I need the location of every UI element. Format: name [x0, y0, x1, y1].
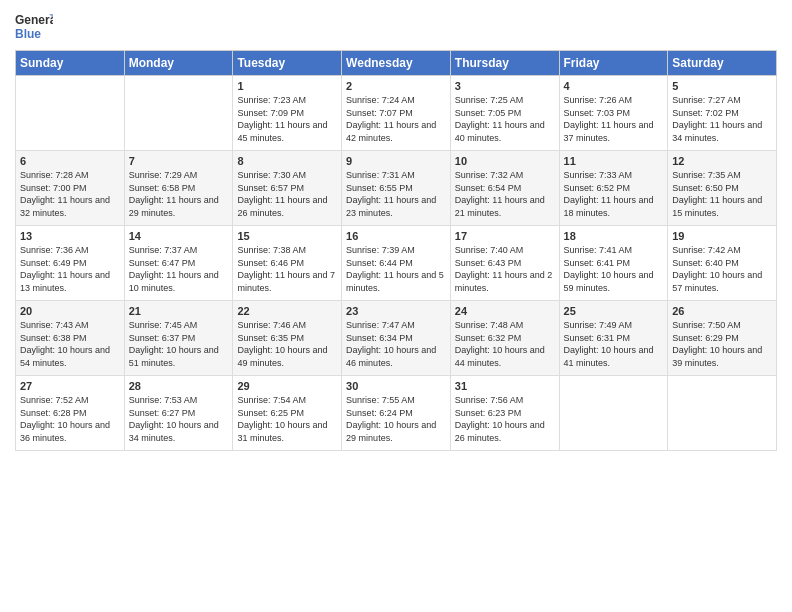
- day-info: Sunrise: 7:45 AMSunset: 6:37 PMDaylight:…: [129, 319, 229, 369]
- day-number: 20: [20, 305, 120, 317]
- calendar-cell: 19 Sunrise: 7:42 AMSunset: 6:40 PMDaylig…: [668, 226, 777, 301]
- day-number: 5: [672, 80, 772, 92]
- day-number: 25: [564, 305, 664, 317]
- day-info: Sunrise: 7:23 AMSunset: 7:09 PMDaylight:…: [237, 94, 337, 144]
- day-info: Sunrise: 7:55 AMSunset: 6:24 PMDaylight:…: [346, 394, 446, 444]
- day-number: 4: [564, 80, 664, 92]
- day-info: Sunrise: 7:41 AMSunset: 6:41 PMDaylight:…: [564, 244, 664, 294]
- day-number: 13: [20, 230, 120, 242]
- calendar-cell: 5 Sunrise: 7:27 AMSunset: 7:02 PMDayligh…: [668, 76, 777, 151]
- logo: General Blue: [15, 10, 53, 42]
- weekday-header-tuesday: Tuesday: [233, 51, 342, 76]
- day-number: 12: [672, 155, 772, 167]
- day-number: 14: [129, 230, 229, 242]
- calendar-cell: 28 Sunrise: 7:53 AMSunset: 6:27 PMDaylig…: [124, 376, 233, 451]
- day-number: 10: [455, 155, 555, 167]
- day-info: Sunrise: 7:33 AMSunset: 6:52 PMDaylight:…: [564, 169, 664, 219]
- day-info: Sunrise: 7:37 AMSunset: 6:47 PMDaylight:…: [129, 244, 229, 294]
- calendar-cell: 17 Sunrise: 7:40 AMSunset: 6:43 PMDaylig…: [450, 226, 559, 301]
- week-row-3: 13 Sunrise: 7:36 AMSunset: 6:49 PMDaylig…: [16, 226, 777, 301]
- calendar-cell: 23 Sunrise: 7:47 AMSunset: 6:34 PMDaylig…: [342, 301, 451, 376]
- day-info: Sunrise: 7:27 AMSunset: 7:02 PMDaylight:…: [672, 94, 772, 144]
- weekday-header-monday: Monday: [124, 51, 233, 76]
- weekday-header-sunday: Sunday: [16, 51, 125, 76]
- day-info: Sunrise: 7:30 AMSunset: 6:57 PMDaylight:…: [237, 169, 337, 219]
- day-number: 30: [346, 380, 446, 392]
- calendar-cell: 13 Sunrise: 7:36 AMSunset: 6:49 PMDaylig…: [16, 226, 125, 301]
- day-info: Sunrise: 7:24 AMSunset: 7:07 PMDaylight:…: [346, 94, 446, 144]
- day-info: Sunrise: 7:56 AMSunset: 6:23 PMDaylight:…: [455, 394, 555, 444]
- day-info: Sunrise: 7:48 AMSunset: 6:32 PMDaylight:…: [455, 319, 555, 369]
- week-row-4: 20 Sunrise: 7:43 AMSunset: 6:38 PMDaylig…: [16, 301, 777, 376]
- day-number: 22: [237, 305, 337, 317]
- day-number: 16: [346, 230, 446, 242]
- day-number: 1: [237, 80, 337, 92]
- calendar-cell: 8 Sunrise: 7:30 AMSunset: 6:57 PMDayligh…: [233, 151, 342, 226]
- day-info: Sunrise: 7:36 AMSunset: 6:49 PMDaylight:…: [20, 244, 120, 294]
- calendar-cell: [16, 76, 125, 151]
- header: General Blue: [15, 10, 777, 42]
- day-info: Sunrise: 7:38 AMSunset: 6:46 PMDaylight:…: [237, 244, 337, 294]
- calendar-cell: 14 Sunrise: 7:37 AMSunset: 6:47 PMDaylig…: [124, 226, 233, 301]
- day-number: 17: [455, 230, 555, 242]
- day-info: Sunrise: 7:46 AMSunset: 6:35 PMDaylight:…: [237, 319, 337, 369]
- day-info: Sunrise: 7:31 AMSunset: 6:55 PMDaylight:…: [346, 169, 446, 219]
- calendar-cell: 1 Sunrise: 7:23 AMSunset: 7:09 PMDayligh…: [233, 76, 342, 151]
- calendar-cell: 3 Sunrise: 7:25 AMSunset: 7:05 PMDayligh…: [450, 76, 559, 151]
- day-info: Sunrise: 7:43 AMSunset: 6:38 PMDaylight:…: [20, 319, 120, 369]
- weekday-header-row: SundayMondayTuesdayWednesdayThursdayFrid…: [16, 51, 777, 76]
- calendar-cell: [559, 376, 668, 451]
- calendar-cell: 2 Sunrise: 7:24 AMSunset: 7:07 PMDayligh…: [342, 76, 451, 151]
- svg-text:Blue: Blue: [15, 27, 41, 41]
- day-number: 3: [455, 80, 555, 92]
- calendar-cell: 29 Sunrise: 7:54 AMSunset: 6:25 PMDaylig…: [233, 376, 342, 451]
- calendar-cell: 25 Sunrise: 7:49 AMSunset: 6:31 PMDaylig…: [559, 301, 668, 376]
- day-number: 2: [346, 80, 446, 92]
- weekday-header-thursday: Thursday: [450, 51, 559, 76]
- weekday-header-friday: Friday: [559, 51, 668, 76]
- calendar-cell: [668, 376, 777, 451]
- calendar-cell: 22 Sunrise: 7:46 AMSunset: 6:35 PMDaylig…: [233, 301, 342, 376]
- calendar-cell: 30 Sunrise: 7:55 AMSunset: 6:24 PMDaylig…: [342, 376, 451, 451]
- calendar-cell: 18 Sunrise: 7:41 AMSunset: 6:41 PMDaylig…: [559, 226, 668, 301]
- calendar-cell: 10 Sunrise: 7:32 AMSunset: 6:54 PMDaylig…: [450, 151, 559, 226]
- day-info: Sunrise: 7:49 AMSunset: 6:31 PMDaylight:…: [564, 319, 664, 369]
- day-number: 27: [20, 380, 120, 392]
- calendar-cell: 6 Sunrise: 7:28 AMSunset: 7:00 PMDayligh…: [16, 151, 125, 226]
- day-number: 8: [237, 155, 337, 167]
- calendar-cell: 11 Sunrise: 7:33 AMSunset: 6:52 PMDaylig…: [559, 151, 668, 226]
- day-number: 7: [129, 155, 229, 167]
- day-info: Sunrise: 7:54 AMSunset: 6:25 PMDaylight:…: [237, 394, 337, 444]
- calendar-cell: 24 Sunrise: 7:48 AMSunset: 6:32 PMDaylig…: [450, 301, 559, 376]
- day-info: Sunrise: 7:39 AMSunset: 6:44 PMDaylight:…: [346, 244, 446, 294]
- calendar-cell: 7 Sunrise: 7:29 AMSunset: 6:58 PMDayligh…: [124, 151, 233, 226]
- calendar-cell: 20 Sunrise: 7:43 AMSunset: 6:38 PMDaylig…: [16, 301, 125, 376]
- day-info: Sunrise: 7:35 AMSunset: 6:50 PMDaylight:…: [672, 169, 772, 219]
- day-number: 23: [346, 305, 446, 317]
- day-number: 24: [455, 305, 555, 317]
- week-row-2: 6 Sunrise: 7:28 AMSunset: 7:00 PMDayligh…: [16, 151, 777, 226]
- day-number: 6: [20, 155, 120, 167]
- calendar-cell: 21 Sunrise: 7:45 AMSunset: 6:37 PMDaylig…: [124, 301, 233, 376]
- calendar-cell: 26 Sunrise: 7:50 AMSunset: 6:29 PMDaylig…: [668, 301, 777, 376]
- calendar-cell: [124, 76, 233, 151]
- day-number: 9: [346, 155, 446, 167]
- weekday-header-saturday: Saturday: [668, 51, 777, 76]
- day-info: Sunrise: 7:29 AMSunset: 6:58 PMDaylight:…: [129, 169, 229, 219]
- day-info: Sunrise: 7:26 AMSunset: 7:03 PMDaylight:…: [564, 94, 664, 144]
- day-info: Sunrise: 7:40 AMSunset: 6:43 PMDaylight:…: [455, 244, 555, 294]
- day-info: Sunrise: 7:32 AMSunset: 6:54 PMDaylight:…: [455, 169, 555, 219]
- calendar-cell: 9 Sunrise: 7:31 AMSunset: 6:55 PMDayligh…: [342, 151, 451, 226]
- calendar-page: General Blue SundayMondayTuesdayWednesda…: [0, 0, 792, 612]
- day-number: 31: [455, 380, 555, 392]
- calendar-cell: 4 Sunrise: 7:26 AMSunset: 7:03 PMDayligh…: [559, 76, 668, 151]
- calendar-cell: 12 Sunrise: 7:35 AMSunset: 6:50 PMDaylig…: [668, 151, 777, 226]
- day-number: 18: [564, 230, 664, 242]
- day-number: 21: [129, 305, 229, 317]
- logo-svg: General Blue: [15, 10, 53, 42]
- day-number: 26: [672, 305, 772, 317]
- calendar-cell: 15 Sunrise: 7:38 AMSunset: 6:46 PMDaylig…: [233, 226, 342, 301]
- day-info: Sunrise: 7:25 AMSunset: 7:05 PMDaylight:…: [455, 94, 555, 144]
- day-info: Sunrise: 7:47 AMSunset: 6:34 PMDaylight:…: [346, 319, 446, 369]
- week-row-1: 1 Sunrise: 7:23 AMSunset: 7:09 PMDayligh…: [16, 76, 777, 151]
